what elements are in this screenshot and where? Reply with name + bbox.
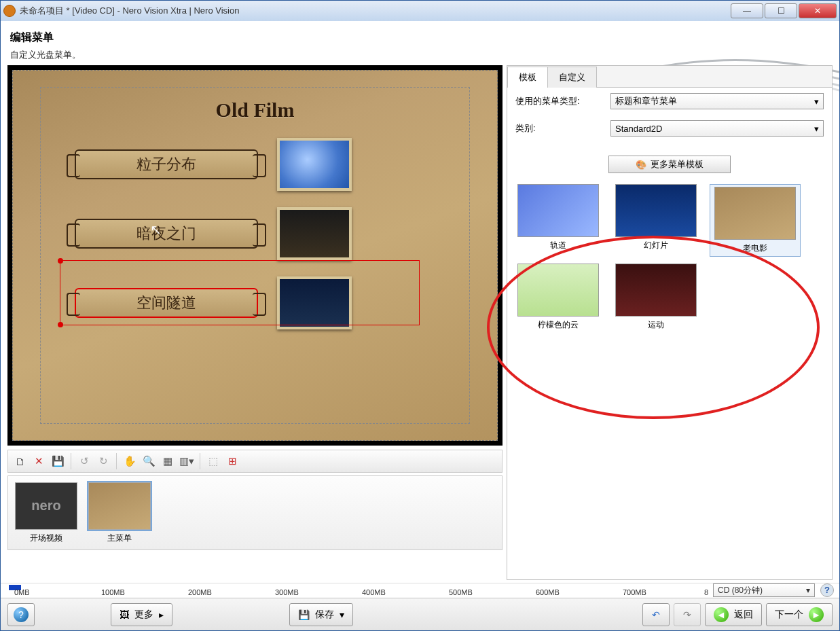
new-button[interactable]: 🗋 — [11, 452, 29, 470]
menu-type-label: 使用的菜单类型: — [515, 95, 610, 107]
menu-title[interactable]: Old Film — [41, 98, 469, 122]
more-button[interactable]: 🖼 更多 ▸ — [111, 603, 172, 626]
footer-bar: ? 🖼 更多 ▸ 💾 保存 ▾ ↶ ↷ ◄ 返回 下一个 ► — [1, 598, 839, 630]
help-button[interactable]: ? — [7, 603, 35, 626]
more-templates-button[interactable]: 🎨 更多菜单模板 — [608, 156, 731, 173]
template-item[interactable]: 幻灯片 — [612, 184, 700, 257]
more-icon: 🖼 — [120, 609, 129, 620]
delete-button[interactable]: ✕ — [30, 452, 48, 470]
chevron-down-icon: ▾ — [814, 124, 819, 134]
save-icon-button[interactable]: 💾 — [49, 452, 67, 470]
tab-customize[interactable]: 自定义 — [547, 67, 597, 88]
redo-button[interactable]: ↻ — [94, 452, 112, 470]
capacity-ruler: 0MB 100MB 200MB 300MB 400MB 500MB 600MB … — [1, 583, 839, 598]
nav-thumbnail: nero — [15, 482, 77, 530]
palette-icon: 🎨 — [636, 160, 646, 170]
template-thumbnail — [714, 187, 796, 240]
footer-redo-button[interactable]: ↷ — [674, 603, 701, 626]
zoom-tool-button[interactable]: 🔍 — [140, 452, 158, 470]
chevron-down-icon: ▾ — [806, 585, 810, 595]
menu-item-button-selected[interactable]: 空间隧道 — [75, 288, 258, 318]
cursor-icon: ↖ — [150, 221, 162, 238]
help-icon[interactable]: ? — [820, 583, 834, 597]
tab-templates[interactable]: 模板 — [507, 67, 548, 88]
template-thumbnail — [517, 264, 599, 317]
back-button[interactable]: ◄ 返回 — [705, 603, 762, 626]
next-button[interactable]: 下一个 ► — [766, 603, 833, 626]
category-label: 类别: — [515, 122, 610, 134]
chevron-down-icon: ▸ — [159, 609, 164, 620]
menu-navigator: nero 开场视频 主菜单 — [7, 475, 503, 550]
minimize-button[interactable]: — — [731, 3, 763, 18]
menu-item-button[interactable]: 粒子分布 — [75, 149, 258, 179]
menu-type-select[interactable]: 标题和章节菜单▾ — [610, 93, 824, 109]
page-title: 编辑菜单 — [10, 31, 830, 45]
layout-button[interactable]: ▥▾ — [178, 452, 196, 470]
footer-undo-button[interactable]: ↶ — [642, 603, 670, 626]
disc-type-select[interactable]: CD (80分钟)▾ — [713, 583, 815, 597]
app-icon — [3, 5, 16, 17]
chevron-down-icon: ▾ — [340, 609, 344, 620]
align-button[interactable]: ⊞ — [223, 452, 241, 470]
save-icon: 💾 — [298, 609, 310, 620]
menu-preview[interactable]: Old Film 粒子分布 暗夜之门 — [7, 65, 503, 446]
page-subtitle: 自定义光盘菜单。 — [10, 49, 830, 61]
template-item[interactable]: 轨道 — [514, 184, 602, 257]
undo-button[interactable]: ↺ — [75, 452, 93, 470]
nav-item-intro[interactable]: nero 开场视频 — [12, 482, 80, 544]
template-thumbnail — [517, 184, 599, 237]
template-thumbnail — [615, 184, 697, 237]
menu-item-thumbnail[interactable] — [277, 207, 352, 260]
template-thumbnail — [615, 264, 697, 317]
menu-item-thumbnail[interactable] — [277, 138, 352, 191]
nav-thumbnail — [88, 482, 151, 530]
template-item-selected[interactable]: 老电影 — [710, 184, 801, 257]
grid-button[interactable]: ▦ — [159, 452, 177, 470]
preview-toolbar: 🗋 ✕ 💾 ↺ ↻ ✋ 🔍 ▦ ▥▾ ⬚ ⊞ — [7, 450, 503, 473]
nav-item-main-menu[interactable]: 主菜单 — [86, 482, 153, 544]
window-title: 未命名项目 * [Video CD] - Nero Vision Xtra | … — [20, 5, 731, 17]
save-button[interactable]: 💾 保存 ▾ — [289, 603, 353, 626]
hand-tool-button[interactable]: ✋ — [121, 452, 139, 470]
titlebar: 未命名项目 * [Video CD] - Nero Vision Xtra | … — [1, 1, 839, 21]
template-panel: 模板 自定义 使用的菜单类型: 标题和章节菜单▾ 类别: Standard2D▾… — [507, 65, 833, 580]
maximize-button[interactable]: ☐ — [765, 3, 797, 18]
chevron-down-icon: ▾ — [814, 96, 819, 107]
template-item[interactable]: 柠檬色的云 — [514, 264, 602, 331]
template-item[interactable]: 运动 — [612, 264, 700, 331]
menu-item-button[interactable]: 暗夜之门 — [75, 219, 258, 249]
close-button[interactable]: ✕ — [799, 3, 837, 18]
group-button[interactable]: ⬚ — [204, 452, 222, 470]
page-header: 编辑菜单 自定义光盘菜单。 — [1, 21, 839, 64]
category-select[interactable]: Standard2D▾ — [610, 120, 824, 137]
